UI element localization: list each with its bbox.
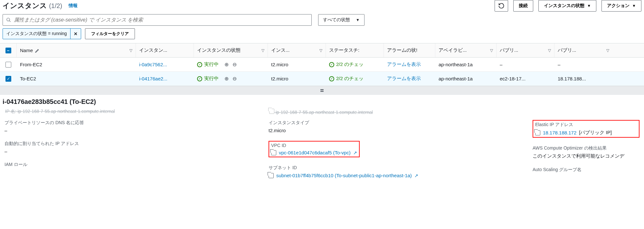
subnet-id-link[interactable]: subnet-01b7ff4b75f6ccb10 (To-subnet-publ… — [276, 173, 412, 178]
instances-table: – Name ▽ インスタン... インスタンスの状態▽ インス...▽ ステー… — [0, 43, 644, 86]
clear-filters-button[interactable]: フィルターをクリア — [85, 28, 135, 39]
sort-icon[interactable]: ▽ — [490, 48, 493, 53]
eip-highlight: Elastic IP アドレス 18.178.188.172 [パブリック IP… — [533, 120, 639, 138]
search-input[interactable] — [14, 17, 308, 23]
refresh-icon — [498, 3, 505, 9]
elastic-ip-suffix: [パブリック IP] — [579, 130, 612, 136]
page-title: インスタンス (1/2) — [3, 1, 62, 11]
sort-icon[interactable]: ▽ — [606, 48, 609, 53]
col-public-ip[interactable]: パブリ...▽ — [554, 43, 612, 57]
cutoff-text-left: IP 名: ip-192-168-7-55.ap-northeast-1.com… — [3, 109, 267, 117]
caret-down-icon: ▼ — [587, 4, 591, 8]
table-header: – Name ▽ インスタン... インスタンスの状態▽ インス...▽ ステー… — [0, 43, 644, 58]
remove-chip-button[interactable]: ✕ — [70, 29, 78, 39]
table-row[interactable]: From-EC2 i-0a9c7562... ✓実行中 ⊕ ⊖ t2.micro… — [0, 58, 644, 72]
col-az[interactable]: アベイラビ...▽ — [435, 43, 497, 57]
status-check-ok: ✓2/2 のチェッ — [329, 76, 364, 82]
col-public-dns[interactable]: パブリ...▽ — [497, 43, 554, 57]
instance-count: (1/2) — [49, 2, 62, 9]
select-all-checkbox[interactable]: – — [5, 48, 11, 53]
cell-public-dns: – — [497, 58, 554, 71]
copy-icon[interactable] — [269, 109, 274, 114]
value-auto-assigned-ip: – — [5, 149, 265, 154]
label-instance-type: インスタンスタイプ — [269, 120, 529, 126]
state-running: ✓実行中 — [197, 61, 219, 68]
label-subnet-id: サブネット ID — [269, 165, 529, 171]
cell-public-dns: ec2-18-17... — [497, 72, 554, 86]
copy-icon[interactable] — [269, 173, 274, 178]
sort-icon[interactable]: ▽ — [548, 48, 551, 53]
row-checkbox[interactable]: ✓ — [5, 76, 11, 82]
copy-icon[interactable] — [271, 150, 276, 155]
zoom-out-icon[interactable]: ⊖ — [232, 76, 237, 82]
check-icon: ✓ — [197, 62, 202, 67]
label-iam-role: IAM ロール — [5, 162, 265, 168]
cell-public-ip: 18.178.188... — [554, 72, 612, 86]
instance-id-link[interactable]: i-04176ae2... — [139, 76, 167, 81]
edit-icon[interactable] — [35, 48, 40, 53]
cutoff-text-mid: ip-192-168-7-55.ap-northeast-1.compute.i… — [267, 109, 531, 117]
info-link[interactable]: 情報 — [69, 3, 78, 9]
check-icon: ✓ — [329, 62, 334, 67]
check-icon: ✓ — [197, 76, 202, 81]
vpc-id-link[interactable]: vpc-061e1d047c6dacaf5 (To-vpc) — [279, 150, 351, 155]
pane-resize-handle[interactable]: 〓 — [0, 86, 644, 95]
col-instance-type[interactable]: インス...▽ — [268, 43, 326, 57]
filter-chip-running[interactable]: インスタンスの状態 = running ✕ — [3, 28, 81, 39]
zoom-in-icon[interactable]: ⊕ — [224, 76, 229, 82]
actions-button[interactable]: アクション ▼ — [601, 0, 641, 12]
value-compute-optimizer: このインスタンスで利用可能なレコメンデ — [533, 153, 639, 159]
zoom-out-icon[interactable]: ⊖ — [232, 61, 237, 68]
check-icon: ✓ — [329, 76, 334, 81]
instance-state-button-label: インスタンスの状態 — [544, 3, 584, 9]
alarm-link[interactable]: アラームを表示 — [387, 61, 421, 68]
detail-title: i-04176ae283b85cc41 (To-EC2) — [0, 95, 644, 109]
caret-down-icon: ▼ — [632, 4, 636, 8]
col-status-check[interactable]: ステータスチ: — [326, 43, 384, 57]
external-link-icon[interactable]: ↗ — [353, 150, 357, 155]
cell-public-ip: – — [554, 58, 612, 71]
label-asg-name: Auto Scaling グループ名 — [533, 167, 639, 173]
state-running: ✓実行中 — [197, 76, 219, 82]
label-compute-optimizer: AWS Compute Optimizer の検出結果 — [533, 145, 639, 151]
detail-col-2: インスタンスタイプ t2.micro VPC ID vpc-061e1d047c… — [267, 117, 531, 183]
svg-point-0 — [7, 18, 10, 21]
sort-icon[interactable]: ▽ — [261, 48, 264, 53]
search-icon — [6, 17, 11, 23]
value-private-dns-response: – — [5, 128, 265, 133]
label-vpc-id: VPC ID — [271, 143, 357, 148]
copy-icon[interactable] — [535, 130, 540, 135]
status-check-ok: ✓2/2 のチェッ — [329, 61, 364, 68]
col-name[interactable]: Name ▽ — [17, 43, 136, 57]
search-box[interactable] — [3, 14, 312, 26]
table-row[interactable]: ✓ To-EC2 i-04176ae2... ✓実行中 ⊕ ⊖ t2.micro… — [0, 72, 644, 86]
col-instance-state[interactable]: インスタンスの状態▽ — [194, 43, 268, 57]
elastic-ip-link[interactable]: 18.178.188.172 — [543, 130, 576, 135]
col-instance-id[interactable]: インスタン... — [136, 43, 194, 57]
label-auto-assigned-ip: 自動的に割り当てられた IP アドレス — [5, 141, 265, 147]
filter-chip-label: インスタンスの状態 = running — [6, 31, 67, 37]
col-alarm-status[interactable]: アラームの状! — [384, 43, 435, 57]
row-checkbox[interactable] — [5, 62, 11, 68]
svg-line-1 — [9, 21, 11, 22]
detail-col-3: Elastic IP アドレス 18.178.188.172 [パブリック IP… — [531, 117, 641, 183]
value-instance-type: t2.micro — [269, 128, 529, 133]
instance-id-link[interactable]: i-0a9c7562... — [139, 62, 167, 67]
state-filter-select[interactable]: すべての状態 ▼ — [318, 14, 365, 26]
col-name-label: Name — [20, 48, 33, 53]
connect-button[interactable]: 接続 — [513, 0, 533, 12]
cell-az: ap-northeast-1a — [435, 72, 497, 86]
state-filter-label: すべての状態 — [323, 17, 350, 23]
sort-icon[interactable]: ▽ — [129, 48, 132, 53]
instance-state-button[interactable]: インスタンスの状態 ▼ — [538, 0, 596, 12]
sort-icon[interactable]: ▽ — [319, 48, 322, 53]
cell-name: From-EC2 — [17, 58, 136, 71]
external-link-icon[interactable]: ↗ — [414, 173, 418, 178]
alarm-link[interactable]: アラームを表示 — [387, 76, 421, 82]
refresh-button[interactable] — [495, 0, 508, 12]
label-elastic-ip: Elastic IP アドレス — [535, 122, 637, 128]
cell-instance-type: t2.micro — [268, 72, 326, 86]
zoom-in-icon[interactable]: ⊕ — [224, 61, 229, 68]
detail-col-1: プライベートリソースの DNS 名に応答 – 自動的に割り当てられた IP アド… — [3, 117, 267, 183]
cell-name: To-EC2 — [17, 72, 136, 86]
